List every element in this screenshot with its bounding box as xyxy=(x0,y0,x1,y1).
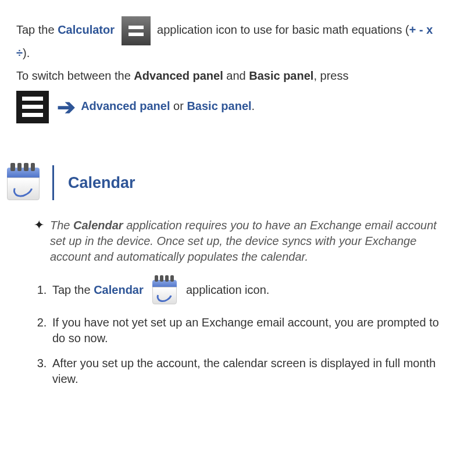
op-plus: + xyxy=(409,23,416,36)
note-text: The Calendar application requires you to… xyxy=(50,218,441,265)
step-2: If you have not yet set up an Exchange e… xyxy=(50,315,441,346)
text: and xyxy=(223,69,249,82)
text: Tap the xyxy=(16,23,58,36)
op-minus: - xyxy=(419,23,423,36)
op-div: ÷ xyxy=(16,47,23,59)
op-mult: x xyxy=(426,23,433,36)
panel-switch-line: ➔ Advanced panel or Basic panel. xyxy=(16,91,441,123)
text: or xyxy=(170,100,187,112)
panel-switch-paragraph: To switch between the Advanced panel and… xyxy=(16,68,441,84)
note-star-icon: ✦ xyxy=(34,218,44,265)
basic-panel-link: Basic panel xyxy=(187,100,251,112)
arrow-right-icon: ➔ xyxy=(57,96,76,118)
text: application icon to use for basic math e… xyxy=(157,23,409,36)
text: Tap the xyxy=(52,283,94,296)
advanced-panel-bold: Advanced panel xyxy=(134,69,223,82)
calculator-icon xyxy=(122,16,151,45)
section-title: Calendar xyxy=(52,165,135,200)
calendar-note: ✦ The Calendar application requires you … xyxy=(34,218,441,265)
calendar-steps: Tap the Calendar application icon. If yo… xyxy=(34,276,441,387)
advanced-panel-link: Advanced panel xyxy=(81,100,170,112)
calendar-icon xyxy=(150,276,179,306)
calendar-bold: Calendar xyxy=(73,219,123,232)
text: . xyxy=(252,100,255,112)
text: , press xyxy=(313,69,348,82)
basic-panel-bold: Basic panel xyxy=(249,69,313,82)
calendar-icon xyxy=(5,164,42,201)
text: To switch between the xyxy=(16,69,134,82)
step-1: Tap the Calendar application icon. xyxy=(50,276,441,306)
calculator-intro-paragraph: Tap the Calculator application icon to u… xyxy=(16,16,441,61)
text: application icon. xyxy=(186,283,269,296)
step-3: After you set up the account, the calend… xyxy=(50,356,441,387)
calendar-section-header: Calendar xyxy=(5,164,441,201)
text: The xyxy=(50,219,73,232)
calculator-label: Calculator xyxy=(58,23,115,36)
text: ). xyxy=(23,47,30,59)
hamburger-menu-icon xyxy=(16,91,49,123)
calendar-label: Calendar xyxy=(94,283,144,296)
